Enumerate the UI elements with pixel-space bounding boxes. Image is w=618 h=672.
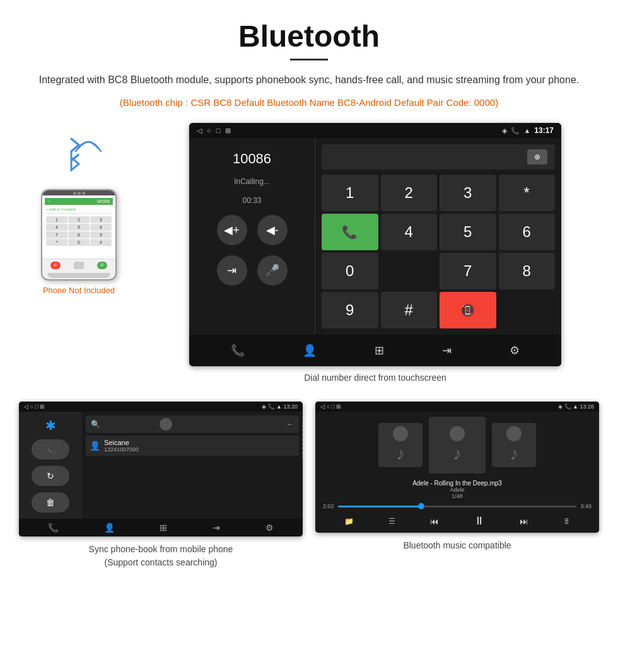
equalizer-icon[interactable]: 🎚 xyxy=(563,517,571,526)
nav-keypad-icon[interactable]: ⊞ xyxy=(375,344,384,357)
back-arrow-icon: ◁ xyxy=(197,127,202,135)
music-progress-area: 2:02 3:49 xyxy=(320,503,594,509)
phone-bottom-bar: ✆ ✆ xyxy=(42,258,115,272)
music-note-small-icon: ♪ xyxy=(396,444,405,463)
key-5[interactable]: 5 xyxy=(440,214,496,250)
key-star[interactable]: * xyxy=(499,175,556,211)
key-9[interactable]: 9 xyxy=(322,292,378,328)
music-controls: 📁 ☰ ⏮ ⏸ ⏭ 🎚 xyxy=(320,514,594,528)
title-underline xyxy=(290,59,328,61)
mu-loc-icon: ◈ xyxy=(558,403,564,410)
key-1[interactable]: 1 xyxy=(322,175,378,211)
key-7[interactable]: 7 xyxy=(440,253,496,289)
delete-sidebar-btn[interactable]: 🗑 xyxy=(32,492,69,513)
key-2[interactable]: 2 xyxy=(381,175,438,211)
music-current-time: 2:02 xyxy=(323,503,334,509)
phone-call-sidebar-btn[interactable]: 📞 xyxy=(32,439,69,460)
music-total-time: 3:49 xyxy=(580,503,592,509)
music-info: Adele - Rolling In the Deep.mp3 Adele 1/… xyxy=(412,480,502,499)
page-description: Integrated with BC8 Bluetooth module, su… xyxy=(38,72,580,88)
music-progress-track[interactable] xyxy=(338,506,577,507)
nav-contacts-icon[interactable]: 👤 xyxy=(303,344,317,357)
bluetooth-info: (Bluetooth chip : CSR BC8 Default Blueto… xyxy=(38,95,580,111)
contact-number: 13241007000 xyxy=(104,446,139,453)
transfer-btn[interactable]: ⇥ xyxy=(217,255,247,286)
key-hash[interactable]: # xyxy=(381,292,438,328)
pb-time: 13:20 xyxy=(283,403,298,410)
mu-call-icon: 📞 xyxy=(564,403,573,410)
backspace-btn[interactable]: ⊗ xyxy=(527,149,547,165)
phone-contact-area: + Add to Contacts 1 2 3 4 5 6 7 8 9 * 0 xyxy=(45,205,113,251)
music-android-screen: ◁ ○ □ ⊞ ◈ 📞 ▲ 13:26 xyxy=(315,402,599,533)
pb-wifi-icon: ▲ xyxy=(276,403,283,410)
alphabet-list: * A B C D E F G H I xyxy=(302,415,303,433)
sync-sidebar-btn[interactable]: ↻ xyxy=(32,466,69,486)
phone-top-bar xyxy=(42,190,115,195)
status-right: ◈ 📞 ▲ 13:17 xyxy=(502,126,554,135)
nav-settings-icon[interactable]: ⚙ xyxy=(510,344,520,357)
dial-caption: Dial number direct from touchscreen xyxy=(304,373,446,383)
album-art-left: ♪ xyxy=(378,423,423,467)
nav-transfer-icon[interactable]: ⇥ xyxy=(442,344,452,357)
mu-time: 13:26 xyxy=(580,403,594,410)
call-button[interactable]: 📞 xyxy=(322,214,378,250)
folder-icon[interactable]: 📁 xyxy=(344,517,354,526)
key-0[interactable]: 0 xyxy=(322,253,378,289)
contact-name: Seicane xyxy=(104,439,139,446)
square-icon: □ xyxy=(216,127,221,134)
phone-mockup: ← MORE + Add to Contacts 1 2 3 4 5 6 7 8 xyxy=(41,189,117,281)
pause-btn[interactable]: ⏸ xyxy=(474,514,485,528)
music-artist: Adele xyxy=(412,487,502,493)
playlist-icon[interactable]: ☰ xyxy=(388,517,395,526)
previous-btn[interactable]: ⏮ xyxy=(430,516,439,526)
pb-nav-contacts[interactable]: 👤 xyxy=(104,523,115,533)
nav-phone-icon[interactable]: 📞 xyxy=(231,344,245,357)
pb-menu-icon: ⊞ xyxy=(40,403,45,410)
key-6[interactable]: 6 xyxy=(499,214,556,250)
pb-nav-settings[interactable]: ⚙ xyxy=(265,523,274,533)
phone-home-button xyxy=(47,273,110,278)
key-3[interactable]: 3 xyxy=(440,175,496,211)
contact-info: Seicane 13241007000 xyxy=(104,439,139,453)
key-8[interactable]: 8 xyxy=(499,253,556,289)
android-status-bar: ◁ ○ □ ⊞ ◈ 📞 ▲ 13:17 xyxy=(189,123,561,138)
bluetooth-sidebar-icon: ✱ xyxy=(45,418,56,433)
phone-dots xyxy=(73,192,85,195)
call-status: InCalling... xyxy=(234,177,270,186)
wifi-icon: ▲ xyxy=(523,127,530,134)
music-status-bar: ◁ ○ □ ⊞ ◈ 📞 ▲ 13:26 xyxy=(315,402,599,412)
mute-btn[interactable]: 🎤 xyxy=(257,255,288,286)
phonebook-block: ◁ ○ □ ⊞ ◈ 📞 ▲ 13:20 ✱ 📞 ↻ xyxy=(19,402,303,569)
phone-not-included-label: Phone Not Included xyxy=(43,286,115,295)
pb-nav-keypad[interactable]: ⊞ xyxy=(160,523,167,533)
phonebook-caption: Sync phone-book from mobile phone (Suppo… xyxy=(89,543,233,569)
pb-back-icon: ◁ xyxy=(24,403,30,410)
keypad-grid: 1 2 3 * 📞 4 5 6 0 7 8 9 # 📵 xyxy=(322,175,555,328)
page-title: Bluetooth xyxy=(38,19,580,54)
dial-controls-row-2: ⇥ 🎤 xyxy=(217,255,288,286)
pb-nav-phone[interactable]: 📞 xyxy=(48,523,59,533)
phonebook-nav-bar: 📞 👤 ⊞ ⇥ ⚙ xyxy=(19,519,303,536)
phonebook-contact[interactable]: 👤 Seicane 13241007000 xyxy=(86,436,299,456)
music-body: ♪ ♪ ♪ xyxy=(315,412,599,533)
volume-up-btn[interactable]: ◀+ xyxy=(217,215,247,245)
dial-number: 10086 xyxy=(233,151,271,167)
music-block: ◁ ○ □ ⊞ ◈ 📞 ▲ 13:26 xyxy=(315,402,599,569)
dial-controls-row: ◀+ ◀- xyxy=(217,215,288,245)
music-album-area: ♪ ♪ ♪ xyxy=(378,417,536,473)
pb-loc-icon: ◈ xyxy=(262,403,268,410)
key-4[interactable]: 4 xyxy=(381,214,438,250)
contact-avatar-icon: 👤 xyxy=(90,441,100,451)
music-title: Adele - Rolling In the Deep.mp3 xyxy=(412,480,502,487)
search-circle xyxy=(160,418,172,431)
end-call-button[interactable]: 📵 xyxy=(440,292,496,328)
pb-call-icon: 📞 xyxy=(268,403,277,410)
bluetooth-icon-area xyxy=(47,129,110,180)
phonebook-main: 🔍 ← * A B C D E F G H xyxy=(82,412,303,519)
music-progress-thumb xyxy=(418,503,424,509)
volume-down-btn[interactable]: ◀- xyxy=(257,215,288,245)
menu-icon: ⊞ xyxy=(225,127,231,135)
next-btn[interactable]: ⏭ xyxy=(520,516,528,526)
pb-nav-transfer[interactable]: ⇥ xyxy=(213,523,220,533)
call-icon: 📞 xyxy=(511,127,520,135)
